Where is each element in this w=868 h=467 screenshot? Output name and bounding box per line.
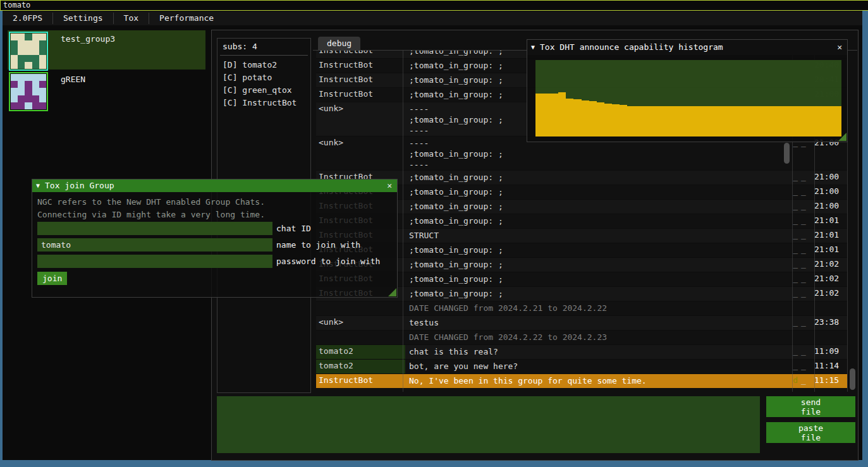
dht-histogram-plot — [535, 60, 841, 136]
histogram-bar — [780, 106, 788, 136]
message-time: 21:02 — [810, 287, 847, 301]
window-title-bar[interactable]: tomato — [0, 0, 868, 11]
message-text: ;tomato_in_group: ; — [405, 258, 788, 272]
message-text: ;tomato_in_group: ; — [405, 243, 788, 257]
histogram-bar — [834, 106, 841, 136]
sender-name — [316, 301, 405, 315]
dht-histogram-window[interactable]: ▼ Tox DHT announce capability histogram … — [527, 39, 848, 142]
member-green_qtox[interactable]: [C] green_qtox — [217, 83, 310, 96]
collapse-arrow-icon[interactable]: ▼ — [36, 179, 40, 192]
member-tomato2[interactable]: [D] tomato2 — [217, 58, 310, 71]
message-time: 21:01 — [810, 214, 847, 228]
message-row[interactable]: InstructBotNo, I've been in this group f… — [316, 374, 847, 389]
close-icon[interactable]: ✕ — [837, 40, 842, 55]
menu-item-tox[interactable]: Tox — [114, 11, 149, 25]
message-time: 21:01 — [810, 229, 847, 243]
paste-file-button[interactable]: paste file — [766, 422, 855, 443]
message-row[interactable]: <unk>testus__23:38 — [316, 316, 847, 331]
message-text: DATE CHANGED from 2024.2.22 to 2024.2.23 — [405, 331, 788, 344]
avatar-pixels — [11, 33, 46, 69]
histogram-bar — [551, 94, 558, 136]
histogram-bar — [535, 94, 543, 136]
histogram-bar — [620, 105, 627, 136]
histogram-bar — [681, 106, 688, 136]
close-icon[interactable]: ✕ — [387, 179, 392, 192]
send-file-button[interactable]: send file — [766, 396, 855, 417]
sidebar-group-test_group3[interactable]: test_group3 — [8, 30, 205, 70]
histogram-bar — [711, 106, 719, 136]
histogram-bar — [566, 99, 573, 137]
message-text: testus — [405, 316, 788, 330]
message-text: ;tomato_in_group: ; — [405, 214, 788, 228]
histogram-bar — [750, 106, 757, 136]
group-name: test_group3 — [61, 34, 115, 70]
sender-name: tomato2 — [316, 345, 405, 359]
dht-histogram-title: Tox DHT announce capability histogram — [540, 40, 723, 55]
message-time — [810, 331, 847, 344]
histogram-bar — [673, 106, 681, 136]
histogram-bar — [742, 106, 750, 136]
histogram-bar — [658, 106, 666, 136]
message-text: bot, are you new here? — [405, 360, 788, 373]
message-row[interactable]: tomato2chat is this real?__11:09 — [316, 345, 847, 360]
menu-item-performance[interactable]: Performance — [149, 11, 224, 25]
window-frame-left — [0, 11, 3, 467]
join-name-input[interactable] — [37, 238, 272, 252]
histogram-bar — [688, 106, 696, 136]
menu-item-fps: 2.0FPS — [3, 11, 52, 25]
join-description-line2: Connecting via ID might take a very long… — [37, 209, 397, 221]
member-instructbot[interactable]: [C] InstructBot — [217, 96, 310, 109]
histogram-bar — [635, 106, 642, 136]
collapse-arrow-icon[interactable]: ▼ — [531, 40, 535, 55]
histogram-bar — [726, 106, 734, 136]
histogram-bar — [612, 104, 620, 136]
histogram-bar — [795, 106, 803, 136]
sender-name: InstructBot — [316, 51, 405, 58]
sender-name: <unk> — [316, 136, 405, 170]
message-time: 21:00 — [810, 185, 847, 199]
dht-histogram-titlebar[interactable]: ▼ Tox DHT announce capability histogram … — [527, 40, 847, 55]
column-separator — [403, 51, 403, 392]
message-text: STRUCT — [405, 229, 788, 243]
histogram-bar — [810, 106, 818, 136]
system-row[interactable]: DATE CHANGED from 2024.2.22 to 2024.2.23 — [316, 331, 847, 345]
system-row[interactable]: DATE CHANGED from 2024.2.21 to 2024.2.22 — [316, 301, 847, 316]
histogram-bar — [826, 106, 834, 136]
menu-bar: 2.0FPS Settings Tox Performance — [3, 11, 862, 25]
message-text: ;tomato_in_group: ; — [405, 287, 788, 301]
histogram-bar — [765, 106, 773, 136]
chat-scrollbar-thumb[interactable] — [850, 368, 855, 390]
join-group-title: Tox join Group — [45, 179, 114, 192]
message-text: DATE CHANGED from 2024.2.21 to 2024.2.22 — [405, 301, 788, 315]
message-text: chat is this real? — [405, 345, 788, 359]
resize-grip[interactable] — [388, 288, 396, 296]
group-avatar — [9, 72, 48, 111]
sender-name — [316, 331, 405, 344]
join-group-window[interactable]: ▼ Tox join Group ✕ NGC refers to the New… — [32, 179, 398, 298]
inner-scrollbar-thumb[interactable] — [784, 143, 790, 164]
join-password-label: password to join with — [276, 257, 380, 266]
message-time: 11:15 — [810, 374, 847, 388]
message-row[interactable]: tomato2bot, are you new here?__11:14 — [316, 360, 847, 374]
histogram-bar — [788, 106, 795, 136]
member-potato[interactable]: [C] potato — [217, 71, 310, 83]
sender-name: InstructBot — [316, 88, 405, 102]
join-password-input[interactable] — [37, 255, 272, 268]
group-avatar — [9, 32, 48, 71]
menu-item-settings[interactable]: Settings — [53, 11, 113, 25]
message-time: 23:38 — [810, 316, 847, 330]
avatar-pixels — [11, 74, 46, 109]
join-group-titlebar[interactable]: ▼ Tox join Group ✕ — [32, 179, 397, 192]
join-button[interactable]: join — [37, 272, 67, 285]
chat-id-label: chat ID — [276, 224, 311, 233]
histogram-bar — [597, 102, 604, 136]
sidebar-group-gREEN[interactable]: gREEN — [8, 71, 205, 110]
resize-grip[interactable] — [838, 133, 847, 141]
histogram-bar — [573, 99, 581, 136]
message-time: 21:02 — [810, 258, 847, 272]
message-input[interactable] — [217, 396, 760, 453]
tab-debug[interactable]: debug — [318, 37, 360, 50]
message-text: No, I've been in this group for quite so… — [405, 374, 788, 388]
chat-id-input[interactable] — [37, 222, 272, 235]
subs-separator — [220, 55, 308, 56]
